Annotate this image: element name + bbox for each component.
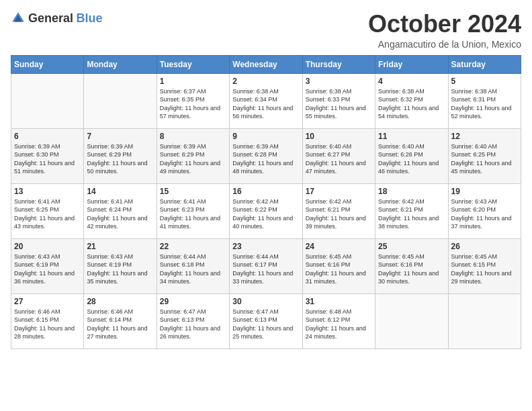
calendar-cell: 16Sunrise: 6:42 AM Sunset: 6:22 PM Dayli… xyxy=(230,183,302,238)
day-number: 29 xyxy=(160,297,226,306)
day-number: 13 xyxy=(14,187,81,196)
calendar-cell: 6Sunrise: 6:39 AM Sunset: 6:30 PM Daylig… xyxy=(11,128,84,183)
day-info: Sunrise: 6:41 AM Sunset: 6:25 PM Dayligh… xyxy=(14,197,81,231)
header-tuesday: Tuesday xyxy=(157,55,229,73)
day-number: 26 xyxy=(451,242,518,251)
title-area: October 2024 Angamacutiro de la Union, M… xyxy=(368,11,521,50)
day-info: Sunrise: 6:48 AM Sunset: 6:12 PM Dayligh… xyxy=(306,308,372,341)
calendar-cell: 29Sunrise: 6:47 AM Sunset: 6:13 PM Dayli… xyxy=(157,293,229,349)
day-number: 21 xyxy=(87,242,153,251)
calendar-cell: 15Sunrise: 6:41 AM Sunset: 6:23 PM Dayli… xyxy=(157,183,229,238)
header-friday: Friday xyxy=(375,55,448,73)
header-wednesday: Wednesday xyxy=(230,55,302,73)
day-number: 10 xyxy=(306,132,372,141)
logo: General Blue xyxy=(11,11,103,26)
calendar-header: Sunday Monday Tuesday Wednesday Thursday… xyxy=(11,55,521,73)
logo-blue: Blue xyxy=(77,11,103,25)
day-info: Sunrise: 6:42 AM Sunset: 6:21 PM Dayligh… xyxy=(378,197,445,231)
calendar-cell xyxy=(448,293,521,349)
day-info: Sunrise: 6:41 AM Sunset: 6:24 PM Dayligh… xyxy=(87,197,153,231)
day-number: 25 xyxy=(378,242,445,251)
page-header: General Blue October 2024 Angamacutiro d… xyxy=(11,11,521,50)
day-info: Sunrise: 6:46 AM Sunset: 6:15 PM Dayligh… xyxy=(14,308,81,341)
day-info: Sunrise: 6:39 AM Sunset: 6:29 PM Dayligh… xyxy=(160,142,226,176)
day-number: 18 xyxy=(378,187,445,196)
day-number: 5 xyxy=(451,77,518,86)
day-info: Sunrise: 6:37 AM Sunset: 6:35 PM Dayligh… xyxy=(160,87,226,121)
day-info: Sunrise: 6:45 AM Sunset: 6:15 PM Dayligh… xyxy=(451,253,518,286)
calendar-cell: 30Sunrise: 6:47 AM Sunset: 6:13 PM Dayli… xyxy=(230,293,302,349)
calendar-cell: 31Sunrise: 6:48 AM Sunset: 6:12 PM Dayli… xyxy=(302,293,375,349)
day-info: Sunrise: 6:39 AM Sunset: 6:29 PM Dayligh… xyxy=(87,142,153,176)
calendar-cell: 26Sunrise: 6:45 AM Sunset: 6:15 PM Dayli… xyxy=(448,238,521,293)
day-number: 11 xyxy=(378,132,445,141)
calendar-cell: 5Sunrise: 6:38 AM Sunset: 6:31 PM Daylig… xyxy=(448,73,521,128)
day-number: 16 xyxy=(232,187,299,196)
day-info: Sunrise: 6:44 AM Sunset: 6:18 PM Dayligh… xyxy=(160,253,226,286)
day-info: Sunrise: 6:45 AM Sunset: 6:16 PM Dayligh… xyxy=(378,253,445,286)
calendar-cell: 28Sunrise: 6:46 AM Sunset: 6:14 PM Dayli… xyxy=(84,293,157,349)
day-number: 8 xyxy=(160,132,226,141)
header-sunday: Sunday xyxy=(11,55,84,73)
day-info: Sunrise: 6:47 AM Sunset: 6:13 PM Dayligh… xyxy=(232,308,299,341)
day-info: Sunrise: 6:38 AM Sunset: 6:34 PM Dayligh… xyxy=(232,87,299,121)
day-number: 24 xyxy=(306,242,372,251)
day-info: Sunrise: 6:39 AM Sunset: 6:30 PM Dayligh… xyxy=(14,142,81,176)
logo-icon xyxy=(11,11,26,26)
header-row: Sunday Monday Tuesday Wednesday Thursday… xyxy=(11,55,521,73)
calendar-cell: 24Sunrise: 6:45 AM Sunset: 6:16 PM Dayli… xyxy=(302,238,375,293)
day-number: 22 xyxy=(160,242,226,251)
day-number: 31 xyxy=(306,297,372,306)
calendar-cell: 27Sunrise: 6:46 AM Sunset: 6:15 PM Dayli… xyxy=(11,293,84,349)
calendar-cell: 10Sunrise: 6:40 AM Sunset: 6:27 PM Dayli… xyxy=(302,128,375,183)
day-number: 2 xyxy=(232,77,299,86)
calendar-cell: 21Sunrise: 6:43 AM Sunset: 6:19 PM Dayli… xyxy=(84,238,157,293)
day-number: 23 xyxy=(232,242,299,251)
day-info: Sunrise: 6:38 AM Sunset: 6:33 PM Dayligh… xyxy=(306,87,372,121)
day-number: 12 xyxy=(451,132,518,141)
day-info: Sunrise: 6:40 AM Sunset: 6:27 PM Dayligh… xyxy=(306,142,372,176)
day-info: Sunrise: 6:45 AM Sunset: 6:16 PM Dayligh… xyxy=(306,253,372,286)
day-info: Sunrise: 6:40 AM Sunset: 6:25 PM Dayligh… xyxy=(451,142,518,176)
header-thursday: Thursday xyxy=(302,55,375,73)
calendar-cell: 12Sunrise: 6:40 AM Sunset: 6:25 PM Dayli… xyxy=(448,128,521,183)
calendar-week-2: 6Sunrise: 6:39 AM Sunset: 6:30 PM Daylig… xyxy=(11,128,521,183)
calendar-cell: 23Sunrise: 6:44 AM Sunset: 6:17 PM Dayli… xyxy=(230,238,302,293)
day-number: 14 xyxy=(87,187,153,196)
calendar-cell: 19Sunrise: 6:43 AM Sunset: 6:20 PM Dayli… xyxy=(448,183,521,238)
calendar-cell: 7Sunrise: 6:39 AM Sunset: 6:29 PM Daylig… xyxy=(84,128,157,183)
day-info: Sunrise: 6:38 AM Sunset: 6:31 PM Dayligh… xyxy=(451,87,518,121)
calendar-cell: 4Sunrise: 6:38 AM Sunset: 6:32 PM Daylig… xyxy=(375,73,448,128)
day-info: Sunrise: 6:40 AM Sunset: 6:26 PM Dayligh… xyxy=(378,142,445,176)
day-number: 1 xyxy=(160,77,226,86)
day-number: 19 xyxy=(451,187,518,196)
day-info: Sunrise: 6:39 AM Sunset: 6:28 PM Dayligh… xyxy=(232,142,299,176)
day-number: 6 xyxy=(14,132,81,141)
calendar-cell: 8Sunrise: 6:39 AM Sunset: 6:29 PM Daylig… xyxy=(157,128,229,183)
calendar-table: Sunday Monday Tuesday Wednesday Thursday… xyxy=(11,55,521,349)
day-number: 27 xyxy=(14,297,81,306)
day-info: Sunrise: 6:41 AM Sunset: 6:23 PM Dayligh… xyxy=(160,197,226,231)
calendar-cell: 9Sunrise: 6:39 AM Sunset: 6:28 PM Daylig… xyxy=(230,128,302,183)
day-info: Sunrise: 6:43 AM Sunset: 6:19 PM Dayligh… xyxy=(87,253,153,286)
logo-general: General xyxy=(28,11,73,25)
day-info: Sunrise: 6:38 AM Sunset: 6:32 PM Dayligh… xyxy=(378,87,445,121)
day-info: Sunrise: 6:44 AM Sunset: 6:17 PM Dayligh… xyxy=(232,253,299,286)
calendar-cell xyxy=(84,73,157,128)
calendar-cell: 2Sunrise: 6:38 AM Sunset: 6:34 PM Daylig… xyxy=(230,73,302,128)
calendar-week-5: 27Sunrise: 6:46 AM Sunset: 6:15 PM Dayli… xyxy=(11,293,521,349)
day-number: 9 xyxy=(232,132,299,141)
calendar-week-3: 13Sunrise: 6:41 AM Sunset: 6:25 PM Dayli… xyxy=(11,183,521,238)
calendar-cell: 14Sunrise: 6:41 AM Sunset: 6:24 PM Dayli… xyxy=(84,183,157,238)
calendar-cell: 22Sunrise: 6:44 AM Sunset: 6:18 PM Dayli… xyxy=(157,238,229,293)
calendar-cell: 20Sunrise: 6:43 AM Sunset: 6:19 PM Dayli… xyxy=(11,238,84,293)
calendar-cell: 17Sunrise: 6:42 AM Sunset: 6:21 PM Dayli… xyxy=(302,183,375,238)
day-info: Sunrise: 6:47 AM Sunset: 6:13 PM Dayligh… xyxy=(160,308,226,341)
header-monday: Monday xyxy=(84,55,157,73)
location-subtitle: Angamacutiro de la Union, Mexico xyxy=(368,39,521,50)
calendar-body: 1Sunrise: 6:37 AM Sunset: 6:35 PM Daylig… xyxy=(11,73,521,349)
day-info: Sunrise: 6:42 AM Sunset: 6:21 PM Dayligh… xyxy=(306,197,372,231)
calendar-week-1: 1Sunrise: 6:37 AM Sunset: 6:35 PM Daylig… xyxy=(11,73,521,128)
calendar-cell: 13Sunrise: 6:41 AM Sunset: 6:25 PM Dayli… xyxy=(11,183,84,238)
day-number: 3 xyxy=(306,77,372,86)
